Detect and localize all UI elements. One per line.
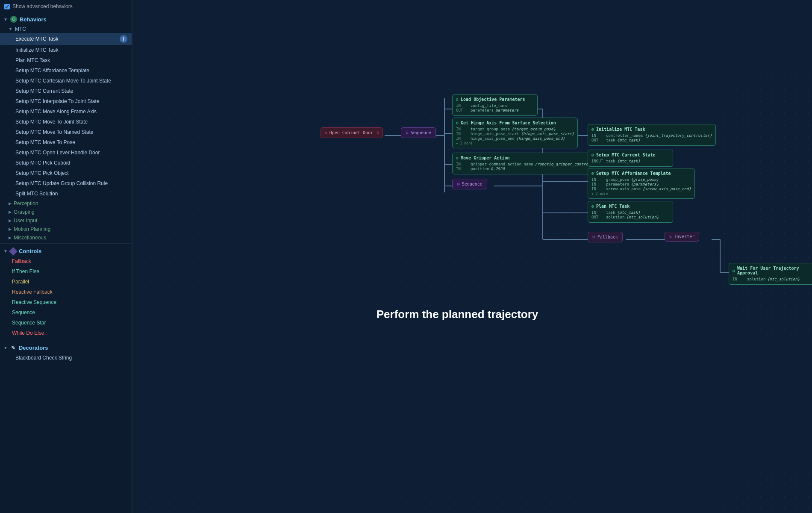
grasping-group[interactable]: ▶ Grasping: [0, 207, 132, 216]
node-inverter[interactable]: ✎ Inverter: [665, 232, 699, 242]
node-get-hinge[interactable]: ⚙ Get Hinge Axis From Surface Selection …: [452, 118, 578, 148]
controls-fallback[interactable]: Fallback: [0, 256, 132, 266]
mtc-item-5[interactable]: Setup MTC Current State: [0, 86, 132, 96]
controls-if-then-else[interactable]: If Then Else: [0, 266, 132, 277]
fallback-icon: ⚙: [592, 234, 595, 240]
mtc-item-14[interactable]: Setup MTC Update Group Collision Rule: [0, 178, 132, 189]
node-move-gripper[interactable]: ⚙ Move Gripper Action IN gripper_command…: [452, 153, 601, 174]
node-sequence-1[interactable]: ⚙ Sequence: [401, 127, 436, 138]
info-badge: i: [120, 35, 127, 43]
motion-planning-arrow: ▶: [9, 227, 12, 231]
port-row-screw-axis: IN screw_axis_pose {screw_axis_pose_end}: [591, 187, 691, 191]
show-advanced-checkbox[interactable]: [4, 4, 10, 9]
behaviors-label: Behaviors: [20, 16, 47, 23]
main-canvas: ✕ Open Cabinet Door X ⚙ Sequence ⚙ Load …: [132, 0, 812, 513]
mtc-item-2[interactable]: Plan MTC Task: [0, 55, 132, 65]
decorators-label: Decorators: [19, 345, 48, 351]
controls-icon: [9, 247, 18, 256]
port-row-gripper-action: IN gripper_command_action_name /robotiq_…: [456, 162, 597, 166]
controls-sequence-star[interactable]: Sequence Star: [0, 318, 132, 328]
controls-section-header[interactable]: ▼ Controls: [0, 245, 132, 256]
port-row-out-params: OUT parameters parameters: [456, 108, 534, 112]
node-wait-title: ⚙ Wait For User Trajectory Approval: [733, 266, 810, 275]
user-input-arrow: ▶: [9, 218, 12, 223]
node-initialize-mtc[interactable]: ⚙ Initialize MTC Task IN controller_name…: [588, 124, 716, 146]
perception-label: Perception: [14, 200, 38, 206]
port-row-target-group: IN target_group_pose {target_group_pose}: [456, 127, 574, 131]
node-fallback[interactable]: ⚙ Fallback: [588, 232, 623, 242]
sidebar: Show advanced behaviors ▼ ⬡ Behaviors ▼ …: [0, 0, 132, 513]
node-open-cabinet-door[interactable]: ✕ Open Cabinet Door X: [321, 127, 383, 138]
setup-current-icon: ⚙: [591, 153, 594, 157]
mtc-item-11[interactable]: Setup MTC Open Lever Handle Door: [0, 147, 132, 158]
controls-parallel[interactable]: Parallel: [0, 277, 132, 287]
node-setup-affordance[interactable]: ⚙ Setup MTC Affordance Template IN grasp…: [588, 168, 695, 199]
decorators-blackboard[interactable]: Blackboard Check String: [0, 353, 132, 363]
user-input-group[interactable]: ▶ User Input: [0, 216, 132, 224]
user-input-label: User Input: [14, 218, 37, 224]
mtc-subsection-header[interactable]: ▼ MTC: [0, 24, 132, 33]
behaviors-section-header[interactable]: ▼ ⬡ Behaviors: [0, 13, 132, 24]
node-wait-trajectory[interactable]: ⚙ Wait For User Trajectory Approval IN s…: [729, 263, 812, 285]
node-setup-current-state[interactable]: ⚙ Setup MTC Current State INOUT task {mt…: [588, 150, 673, 167]
setup-affordance-icon: ⚙: [591, 171, 594, 176]
sequence2-icon: ⚙: [457, 181, 460, 187]
controls-reactive-fallback[interactable]: Reactive Fallback: [0, 287, 132, 297]
miscellaneous-label: Miscellaneous: [14, 235, 46, 241]
port-row-task-out: OUT task {mtc_task}: [591, 138, 712, 142]
motion-planning-label: Motion Planning: [14, 226, 50, 232]
behaviors-arrow: ▼: [3, 17, 8, 22]
mtc-item-6[interactable]: Setup MTC Interpolate To Joint State: [0, 96, 132, 106]
mtc-item-15[interactable]: Split MTC Solution: [0, 189, 132, 199]
node-open-cabinet-label: Open Cabinet Door: [330, 130, 373, 135]
port-row-plan-solution: OUT solution {mtc_solution}: [591, 215, 669, 219]
controls-while-do-else[interactable]: While Do Else: [0, 328, 132, 338]
port-row-controller: IN controller_names {joint_trajectory_co…: [591, 133, 712, 138]
fallback-label: Fallback: [597, 235, 618, 239]
node-initialize-mtc-title: ⚙ Initialize MTC Task: [591, 127, 712, 132]
mtc-item-0[interactable]: Execute MTC Task i: [0, 33, 132, 45]
controls-reactive-sequence[interactable]: Reactive Sequence: [0, 297, 132, 307]
motion-planning-group[interactable]: ▶ Motion Planning: [0, 224, 132, 233]
mtc-item-4[interactable]: Setup MTC Cartesian Move To Joint State: [0, 76, 132, 86]
mtc-item-1[interactable]: Initialize MTC Task: [0, 45, 132, 55]
node-sequence1-label: Sequence: [411, 130, 431, 135]
grasping-arrow: ▶: [9, 210, 12, 214]
miscellaneous-group[interactable]: ▶ Miscellaneous: [0, 233, 132, 242]
node-plan-mtc[interactable]: ⚙ Plan MTC Task IN task {mtc_task} OUT s…: [588, 201, 673, 223]
inverter-icon: ✎: [669, 234, 672, 239]
show-advanced-row: Show advanced behaviors: [0, 0, 132, 13]
grasping-label: Grasping: [14, 209, 35, 215]
show-advanced-label: Show advanced behaviors: [12, 3, 73, 9]
perception-arrow: ▶: [9, 201, 12, 206]
behaviors-icon: ⬡: [10, 16, 17, 23]
mtc-item-13[interactable]: Setup MTC Pick Object: [0, 168, 132, 178]
mtc-item-12[interactable]: Setup MTC Pick Cuboid: [0, 158, 132, 168]
plan-mtc-icon: ⚙: [591, 204, 594, 209]
port-row-hinge-start: IN hinge_axis_pose_start {hinge_axis_pos…: [456, 132, 574, 136]
port-row-plan-task: IN task {mtc_task}: [591, 210, 669, 215]
mtc-item-7[interactable]: Setup MTC Move Along Frame Axis: [0, 106, 132, 117]
action-icon: ✕: [324, 130, 327, 136]
initialize-mtc-icon: ⚙: [591, 127, 594, 132]
node-load-objective-title: ⚙ Load Objective Parameters: [456, 97, 534, 102]
mtc-item-8[interactable]: Setup MTC Move To Joint State: [0, 117, 132, 127]
load-objective-icon: ⚙: [456, 97, 459, 102]
move-gripper-icon: ⚙: [456, 156, 459, 160]
mtc-item-9[interactable]: Setup MTC Move To Named State: [0, 127, 132, 137]
mtc-item-3[interactable]: Setup MTC Affordance Template: [0, 65, 132, 76]
miscellaneous-arrow: ▶: [9, 236, 12, 240]
node-setup-current-title: ⚙ Setup MTC Current State: [591, 153, 669, 157]
sequence1-icon: ⚙: [406, 130, 409, 136]
mtc-item-10[interactable]: Setup MTC Move To Pose: [0, 137, 132, 147]
node-sequence-2[interactable]: ⚙ Sequence: [452, 179, 487, 189]
get-hinge-more: + 3 more: [456, 142, 574, 145]
node-load-objective[interactable]: ⚙ Load Objective Parameters IN config_fi…: [452, 94, 538, 116]
connection-lines: [132, 0, 812, 513]
controls-label: Controls: [19, 248, 41, 254]
perception-group[interactable]: ▶ Perception: [0, 199, 132, 207]
port-row-parameters: IN parameters {parameters}: [591, 182, 691, 186]
port-row-position: IN position 0.7920: [456, 167, 597, 171]
decorators-section-header[interactable]: ▼ ✎ Decorators: [0, 342, 132, 353]
controls-sequence[interactable]: Sequence: [0, 307, 132, 318]
